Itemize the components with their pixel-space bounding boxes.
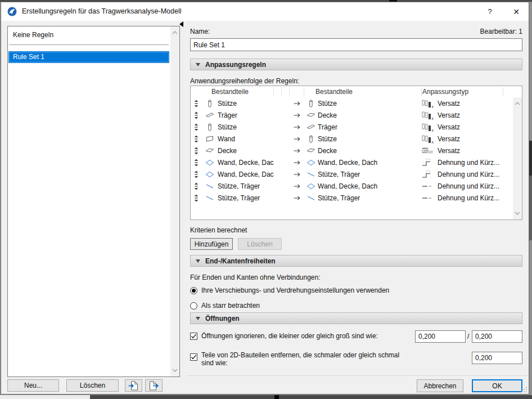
adjustment-type: Dehnung und Kürz... <box>422 158 512 167</box>
target-element-label: Stütze, Träger <box>318 171 422 178</box>
svg-text:x: x <box>432 140 434 144</box>
svg-text:x: x <box>432 104 434 108</box>
scroll-down-icon[interactable] <box>172 369 178 372</box>
rule-row[interactable]: Stütze Träger xVersatz <box>191 121 522 133</box>
drag-handle-icon[interactable] <box>191 111 202 120</box>
svg-text:x: x <box>432 116 434 120</box>
cancel-button[interactable]: Abbrechen <box>417 379 463 392</box>
rule-row[interactable]: Stütze, Träger Stütze, Träger Dehnung un… <box>191 192 522 204</box>
drag-handle-icon[interactable] <box>191 182 202 191</box>
target-element-icon <box>304 170 318 179</box>
source-element-icon <box>202 158 218 167</box>
adjustment-type-icon <box>422 170 435 179</box>
title-bar[interactable]: Erstellungsregeln für das Tragwerksanaly… <box>1 2 529 21</box>
panel-collapse-icon[interactable] <box>179 21 183 27</box>
list-scrollbar[interactable] <box>170 26 179 376</box>
adjustment-type: xVersatz <box>422 99 512 108</box>
drag-handle-icon[interactable] <box>191 194 202 203</box>
name-label: Name: <box>190 28 210 35</box>
window-title: Erstellungsregeln für das Tragwerksanaly… <box>22 2 181 21</box>
help-button[interactable]: ? <box>479 2 501 21</box>
drag-handle-icon[interactable] <box>191 123 202 132</box>
drag-handle-icon[interactable] <box>191 170 202 179</box>
adjustment-type: Dehnung und Kürz... <box>422 194 512 203</box>
checkbox-checked-icon[interactable] <box>190 333 197 340</box>
ok-button[interactable]: OK <box>472 379 522 392</box>
delete-rule-button[interactable]: Löschen <box>238 238 282 250</box>
scroll-up-icon[interactable] <box>515 102 520 105</box>
drag-handle-icon[interactable] <box>191 99 202 108</box>
adjustment-type-label: Versatz <box>438 123 460 131</box>
section-anpassungsregeln[interactable]: Anpassungsregeln <box>190 59 522 70</box>
new-button[interactable]: Neu... <box>7 379 59 392</box>
target-element-label: Stütze <box>318 135 422 143</box>
resize-grip[interactable] <box>521 387 527 392</box>
section-oeffnungen[interactable]: Öffnungen <box>190 312 522 324</box>
rule-row[interactable]: Wand, Decke, Dach Stütze, Träger Dehnung… <box>191 168 522 180</box>
checkbox-checked-icon[interactable] <box>190 353 197 361</box>
source-element-label: Stütze, Träger <box>218 194 274 202</box>
background-right-mid <box>529 176 532 240</box>
maps-to-arrow-icon <box>290 124 304 131</box>
add-rule-button[interactable]: Hinzufügen <box>190 238 233 250</box>
list-item-rule-set-1[interactable]: Rule Set 1 <box>8 51 169 63</box>
radio-selected-icon[interactable] <box>190 287 197 294</box>
target-element-icon <box>304 99 318 108</box>
rule-row[interactable]: Decke Decke Versatz <box>191 145 522 156</box>
import-rule-set-button[interactable] <box>125 379 142 392</box>
table-scrollbar[interactable] <box>513 97 522 219</box>
source-element-icon <box>202 194 218 203</box>
header-type: Anpassungstyp <box>422 87 503 96</box>
header-target: Bestandteile <box>304 87 422 96</box>
rule-row[interactable]: Stütze, Träger Wand, Decke, Dach Dehnung… <box>191 180 522 192</box>
section-title: Anpassungsregeln <box>205 61 266 69</box>
opening-size-input-2[interactable]: 0,200 <box>472 330 522 343</box>
list-item-keine-regeln[interactable]: Keine Regeln <box>8 29 169 41</box>
target-element-icon <box>304 135 318 144</box>
rule-set-list[interactable]: Keine Regeln Rule Set 1 <box>7 26 180 377</box>
section-end-kantenfreiheiten[interactable]: End-/Kantenfreiheiten <box>190 255 522 267</box>
maps-to-arrow-icon <box>290 159 304 166</box>
drag-handle-icon[interactable] <box>191 146 202 155</box>
export-rule-set-button[interactable] <box>145 379 163 392</box>
source-element-label: Wand, Decke, Dach <box>218 159 274 167</box>
radio-unselected-icon[interactable] <box>190 302 197 310</box>
radio-option-rigid[interactable]: Als starr betrachten <box>190 302 260 310</box>
delete-rule-set-button[interactable]: Löschen <box>66 379 119 392</box>
source-element-icon <box>202 99 218 108</box>
rule-row[interactable]: Wand Stütze xVersatz <box>191 133 522 145</box>
scroll-down-icon[interactable] <box>515 212 520 215</box>
list-separator <box>9 44 169 45</box>
adjustment-type: xVersatz <box>422 123 512 132</box>
name-input[interactable]: Rule Set 1 <box>190 38 522 51</box>
radio-label: Ihre Verschiebungs- und Verdrehungseinst… <box>201 286 389 294</box>
opening-size-input-1[interactable]: 0,200 <box>415 330 466 343</box>
source-element-label: Stütze, Träger <box>218 182 274 190</box>
checkbox-ignore-openings[interactable]: Öffnungen ignorieren, die kleiner oder g… <box>190 332 378 340</box>
criteria-status: Kriterien berechnet <box>190 226 247 234</box>
background-bottom-light <box>0 395 90 399</box>
target-element-label: Wand, Decke, Dach <box>318 159 422 167</box>
drag-handle-icon[interactable] <box>191 158 202 167</box>
part-width-input[interactable]: 0,200 <box>472 352 522 364</box>
close-button[interactable]: ✕ <box>504 2 529 21</box>
rule-row[interactable]: Wand, Decke, Dach Wand, Decke, Dach Dehn… <box>191 156 522 168</box>
radio-label: Als starr betrachten <box>201 302 260 310</box>
drag-handle-icon[interactable] <box>191 135 202 144</box>
adjustment-type: xVersatz <box>422 135 512 144</box>
adjustment-type-icon <box>422 194 435 203</box>
target-element-label: Stütze, Träger <box>318 194 422 202</box>
scroll-up-icon[interactable] <box>172 31 178 34</box>
target-element-label: Decke <box>318 147 422 155</box>
adjustment-type: Dehnung und Kürz... <box>422 170 512 179</box>
rules-rows: Stütze Stütze xVersatz Träger Decke xVer… <box>191 97 522 204</box>
checkbox-remove-2d-parts[interactable]: Teile von 2D-Bauteilen entfernen, die sc… <box>190 351 411 367</box>
rule-row[interactable]: Stütze Stütze xVersatz <box>191 97 522 109</box>
radio-option-displacement[interactable]: Ihre Verschiebungs- und Verdrehungseinst… <box>190 286 389 294</box>
rules-table[interactable]: Bestandteile Bestandteile Anpassungstyp … <box>190 86 522 220</box>
header-source: Bestandteile <box>202 87 274 96</box>
rule-row[interactable]: Träger Decke xVersatz <box>191 109 522 121</box>
adjustment-type-icon <box>422 158 435 167</box>
target-element-icon <box>304 158 318 167</box>
target-element-label: Wand, Decke, Dach <box>318 182 422 190</box>
